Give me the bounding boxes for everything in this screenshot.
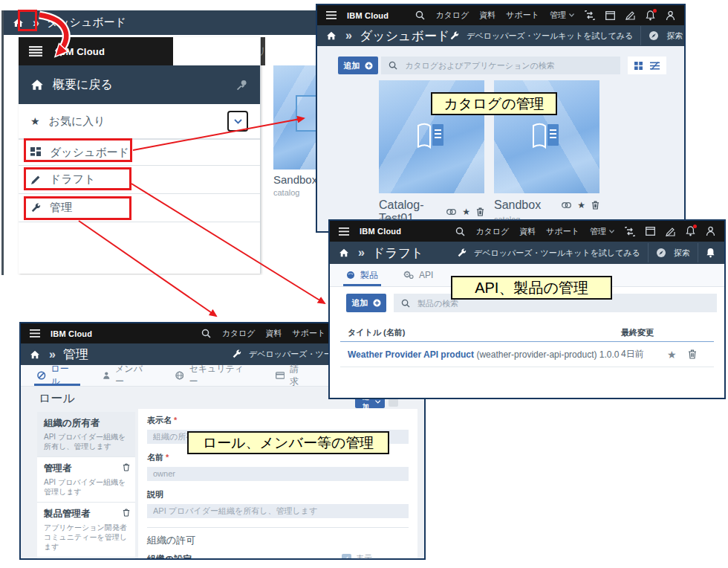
annotation-label-api: API、製品の管理 xyxy=(451,276,612,300)
window-icon[interactable] xyxy=(605,11,615,20)
tab-api[interactable]: API xyxy=(403,264,433,286)
explore-compass-icon[interactable] xyxy=(656,248,666,258)
search-icon[interactable] xyxy=(415,10,425,20)
user-avatar-icon[interactable] xyxy=(666,10,675,21)
search-icon xyxy=(401,299,410,308)
expand-menu-button[interactable]: » xyxy=(49,348,56,361)
nav-docs[interactable]: 資料 xyxy=(479,10,495,21)
annotation-box-drafts xyxy=(24,167,131,190)
home-icon xyxy=(30,79,44,91)
explore-link[interactable]: 探索 xyxy=(674,248,690,259)
search-icon[interactable] xyxy=(455,227,465,236)
name-field[interactable] xyxy=(147,467,409,481)
hamburger-icon[interactable] xyxy=(30,329,40,338)
catalog-search[interactable] xyxy=(381,57,620,74)
hamburger-icon[interactable] xyxy=(339,227,349,236)
home-icon[interactable] xyxy=(30,350,40,359)
star-icon[interactable]: ★ xyxy=(577,201,585,210)
permissions-heading: 組織の許可 xyxy=(147,527,409,547)
menu-item-favorites[interactable]: ★ お気に入り xyxy=(19,104,260,139)
pin-icon[interactable] xyxy=(235,79,248,91)
dashboard-window: IBM Cloud カタログ 資料 サポート 管理 xyxy=(316,4,686,233)
chevron-down-icon xyxy=(234,119,242,124)
role-desc: API プロバイダー組織を管理します xyxy=(44,477,129,497)
menu-item-overview[interactable]: 概要に戻る xyxy=(19,65,260,104)
nav-docs[interactable]: 資料 xyxy=(266,328,282,339)
toolkit-link[interactable]: デベロッパーズ・ツールキットを試してみる xyxy=(474,248,640,259)
user-avatar-icon[interactable] xyxy=(706,226,715,236)
tab-security[interactable]: セキュリティー xyxy=(175,365,250,386)
notifications-bell-icon[interactable] xyxy=(646,10,655,21)
expand-menu-button[interactable]: » xyxy=(358,246,365,259)
role-name: 組織の所有者 xyxy=(44,417,129,430)
edit-icon[interactable] xyxy=(666,227,675,236)
bell-icon[interactable] xyxy=(706,248,715,258)
tab-roles[interactable]: ロール xyxy=(37,365,77,386)
chevron-down-icon xyxy=(609,230,614,233)
link-icon[interactable] xyxy=(446,209,456,215)
toolkit-link[interactable]: デベロッパーズ・ツールキットを試してみる xyxy=(467,30,633,42)
checkbox-checked-icon[interactable]: ✓ xyxy=(342,554,351,561)
role-item-selected[interactable]: 組織の所有者 API プロバイダー組織を所有し、管理します xyxy=(37,412,135,456)
product-link[interactable]: Weather Provider API product xyxy=(348,349,474,360)
nav-catalog[interactable]: カタログ xyxy=(435,10,469,21)
nav-support[interactable]: サポート xyxy=(293,328,326,339)
home-icon[interactable] xyxy=(326,31,337,40)
nav-support[interactable]: サポート xyxy=(546,226,579,237)
home-icon[interactable] xyxy=(339,248,349,257)
tile-name[interactable]: Sandbox xyxy=(494,199,541,212)
description-field[interactable] xyxy=(147,504,409,518)
role-item[interactable]: API 開発者 API と製品定義を作成します xyxy=(37,557,135,560)
nav-support[interactable]: サポート xyxy=(506,10,539,21)
nav-manage[interactable]: 管理 xyxy=(550,10,574,21)
role-name: 管理者 xyxy=(44,462,129,475)
list-view-icon[interactable] xyxy=(650,62,660,70)
nav-manage[interactable]: 管理 xyxy=(590,226,614,237)
role-desc: アプリケーション開発者コミュニティーを管理します xyxy=(44,523,129,552)
trash-icon[interactable] xyxy=(688,349,697,359)
hamburger-icon[interactable] xyxy=(326,11,337,19)
brand-logo[interactable]: IBM Cloud xyxy=(51,329,92,338)
trash-icon[interactable] xyxy=(591,201,599,210)
catalog-search-input[interactable] xyxy=(403,60,613,71)
menu-window-titlebar: » ダッシュボード xyxy=(4,10,316,35)
add-button[interactable]: 追加 xyxy=(346,294,386,312)
trash-icon[interactable] xyxy=(476,207,484,216)
tab-billing[interactable]: 請求 xyxy=(276,365,307,386)
expand-menu-button[interactable]: » xyxy=(345,29,352,42)
grid-view-icon[interactable] xyxy=(634,62,643,70)
product-modified: 4日前 xyxy=(621,348,644,361)
notification-dot xyxy=(653,9,657,13)
tab-members[interactable]: メンバー xyxy=(103,365,150,386)
window-icon[interactable] xyxy=(646,227,655,236)
wrench-icon xyxy=(232,349,241,359)
brand-logo[interactable]: IBM Cloud xyxy=(360,227,401,236)
nav-docs[interactable]: 資料 xyxy=(519,226,536,237)
switch-account-icon[interactable] xyxy=(585,10,595,20)
table-row[interactable]: Weather Provider API product (weather-pr… xyxy=(340,342,714,367)
search-icon[interactable] xyxy=(201,329,211,338)
edit-icon[interactable] xyxy=(625,10,635,20)
nav-catalog[interactable]: カタログ xyxy=(221,328,255,339)
switch-account-icon[interactable] xyxy=(625,227,635,236)
hamburger-icon[interactable] xyxy=(29,46,42,57)
drafts-content: 追加 タイトル (名前) 最終変更 Weather Provider API p… xyxy=(330,287,724,398)
star-icon[interactable]: ★ xyxy=(667,349,677,361)
star-icon[interactable]: ★ xyxy=(462,207,470,216)
table-header-modified: 最終変更 xyxy=(621,327,654,338)
role-item[interactable]: 製品管理者 アプリケーション開発者コミュニティーを管理します xyxy=(37,502,135,557)
explore-compass-icon[interactable] xyxy=(649,30,659,41)
notifications-bell-icon[interactable] xyxy=(686,226,695,236)
brand-logo[interactable]: IBM Cloud xyxy=(347,11,389,20)
security-globe-icon xyxy=(175,371,184,380)
role-item[interactable]: 管理者 API プロバイダー組織を管理します xyxy=(37,456,135,502)
tab-products[interactable]: 製品 xyxy=(346,264,378,286)
add-button[interactable]: 追加 xyxy=(338,57,378,74)
trash-icon[interactable] xyxy=(123,463,130,471)
nav-catalog[interactable]: カタログ xyxy=(475,226,509,237)
favorites-expand-button[interactable] xyxy=(227,111,248,132)
link-icon[interactable] xyxy=(562,202,571,208)
billing-card-icon xyxy=(276,372,285,379)
trash-icon[interactable] xyxy=(123,509,130,517)
explore-link[interactable]: 探索 xyxy=(666,30,683,42)
